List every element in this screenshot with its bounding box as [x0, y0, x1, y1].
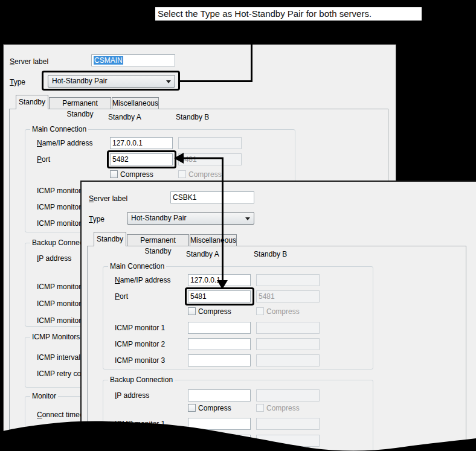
- icmp-monitor-1-input-b: [256, 322, 320, 334]
- callout-note: Select the Type as Hot-Standby Pair for …: [154, 6, 423, 22]
- ip-address-rest: P address: [39, 254, 71, 263]
- type-combo[interactable]: Hot-Standby Pair: [127, 212, 254, 225]
- icmp-monitor-2-input-a[interactable]: [188, 338, 251, 350]
- name-ip-label: Name/IP address: [37, 139, 93, 147]
- port-key: P: [115, 292, 120, 301]
- backup-compress-checkbox-a[interactable]: [188, 404, 196, 412]
- type-combo-value: Hot-Standby Pair: [131, 214, 186, 222]
- column-header-standby-a: Standby A: [108, 113, 141, 121]
- server-label: Server label: [10, 57, 48, 66]
- main-connection-legend: Main Connection: [30, 125, 88, 133]
- icmp-monitor-1-label: ICMP monitor 1: [37, 187, 87, 195]
- port-highlight-box: [185, 287, 254, 305]
- server-label: Server label: [89, 194, 127, 203]
- server-label-rest: erver label: [14, 57, 48, 66]
- name-ip-input-b: [178, 137, 242, 149]
- compress-checkbox-b: [256, 307, 264, 315]
- tab-standby[interactable]: Standby: [16, 95, 48, 109]
- name-ip-rest: ame/IP address: [42, 139, 93, 147]
- tab-miscellaneous[interactable]: Miscellaneous: [190, 234, 237, 246]
- connect-timeout-key: C: [37, 411, 42, 419]
- backup-icmp-2-input-b: [256, 435, 320, 447]
- type-label-key: T: [10, 78, 14, 86]
- icmp-monitor-2-label: ICMP monitor 2: [37, 203, 87, 211]
- port-label: Port: [37, 155, 50, 164]
- column-header-standby-b: Standby B: [176, 113, 209, 121]
- compress-checkbox-a[interactable]: [110, 170, 118, 178]
- ip-address-rest: P address: [117, 391, 149, 400]
- ip-address-label: IP address: [115, 391, 149, 400]
- main-connection-legend: Main Connection: [108, 262, 166, 270]
- name-ip-key: N: [37, 139, 42, 147]
- icmp-interval-label: ICMP interval: [37, 353, 80, 362]
- backup-icmp-1-label: ICMP monitor 1: [115, 420, 165, 428]
- selected-text: CSMAIN: [94, 56, 123, 65]
- backup-ip-input-a[interactable]: [188, 389, 251, 401]
- icmp-monitor-3-label: ICMP monitor 3: [115, 356, 165, 365]
- name-ip-rest: ame/IP address: [120, 276, 171, 284]
- backup-icmp-1-input-b: [256, 418, 320, 430]
- compress-label-b: Compress: [188, 170, 222, 179]
- port-rest: ort: [42, 155, 50, 164]
- tab-miscellaneous[interactable]: Miscellaneous: [112, 97, 159, 109]
- port-input-b: 5481: [178, 153, 242, 165]
- tab-permanent-standby[interactable]: Permanent Standby: [49, 97, 111, 109]
- server-label-key: S: [89, 194, 94, 203]
- compress-checkbox-a[interactable]: [188, 307, 196, 315]
- backup-ip-input-b: [256, 389, 320, 401]
- compress-label-a: Compress: [198, 307, 231, 316]
- request-timeout-key: R: [37, 427, 42, 435]
- screenshot: Server label CSMAIN Type Hot-Standby Pai…: [0, 0, 476, 451]
- port-key: P: [37, 155, 42, 164]
- icmp-monitor-1-label: ICMP monitor 1: [115, 324, 165, 332]
- type-label-key: T: [89, 215, 93, 223]
- name-ip-input-a[interactable]: 127.0.0.1: [110, 137, 173, 149]
- backup-icmp-1-input-a[interactable]: [188, 418, 251, 430]
- backup-icmp-3-label: ICMP monitor 3: [37, 316, 87, 325]
- backup-icmp-1-label: ICMP monitor 1: [37, 283, 87, 291]
- type-label-rest: ype: [14, 78, 25, 86]
- server-label-input[interactable]: CSBK1: [170, 191, 254, 203]
- port-highlight-box: [107, 150, 176, 168]
- name-ip-input-a[interactable]: 127.0.0.1: [188, 274, 251, 286]
- backup-icmp-2-input-a[interactable]: [188, 435, 251, 447]
- monitor-legend: Monitor: [30, 392, 58, 400]
- type-label-rest: ype: [93, 215, 105, 223]
- icmp-monitor-3-label: ICMP monitor 3: [37, 219, 87, 228]
- icmp-monitors-legend: ICMP Monitors: [30, 333, 82, 341]
- port-input-b: 5481: [256, 290, 320, 302]
- name-ip-label: Name/IP address: [115, 276, 171, 284]
- column-header-standby-b: Standby B: [254, 250, 287, 258]
- icmp-monitor-3-input-a[interactable]: [188, 354, 251, 366]
- server-dialog-csbk1: Server label CSBK1 Type Hot-Standby Pair…: [80, 181, 476, 451]
- server-label-key: S: [10, 57, 14, 66]
- icmp-monitor-3-input-b: [256, 354, 320, 366]
- port-rest: ort: [120, 292, 128, 301]
- backup-compress-label-a: Compress: [198, 404, 231, 412]
- name-ip-key: N: [115, 276, 120, 284]
- name-ip-input-b: [256, 274, 320, 286]
- port-label: Port: [115, 292, 128, 301]
- compress-label-a: Compress: [120, 170, 153, 179]
- server-label-input[interactable]: CSMAIN: [91, 54, 175, 66]
- compress-checkbox-b: [178, 170, 186, 178]
- backup-icmp-2-label: ICMP monitor 2: [37, 299, 87, 308]
- icmp-monitor-2-input-b: [256, 338, 320, 350]
- ip-address-label: IP address: [37, 254, 71, 263]
- type-label: Type: [89, 215, 105, 223]
- compress-label-b: Compress: [266, 307, 300, 316]
- icmp-monitor-1-input-a[interactable]: [188, 322, 251, 334]
- column-header-standby-a: Standby A: [186, 250, 219, 258]
- backup-compress-checkbox-b: [256, 404, 264, 412]
- server-label-rest: erver label: [94, 194, 127, 203]
- tab-standby[interactable]: Standby: [94, 232, 126, 246]
- tab-permanent-standby[interactable]: Permanent Standby: [127, 234, 189, 246]
- icmp-monitor-2-label: ICMP monitor 2: [115, 340, 165, 348]
- backup-compress-label-b: Compress: [266, 404, 300, 412]
- backup-connection-legend: Backup Connection: [108, 376, 175, 384]
- type-label: Type: [10, 78, 25, 86]
- type-highlight-box: [42, 71, 180, 91]
- dropdown-arrow-icon: [245, 217, 250, 223]
